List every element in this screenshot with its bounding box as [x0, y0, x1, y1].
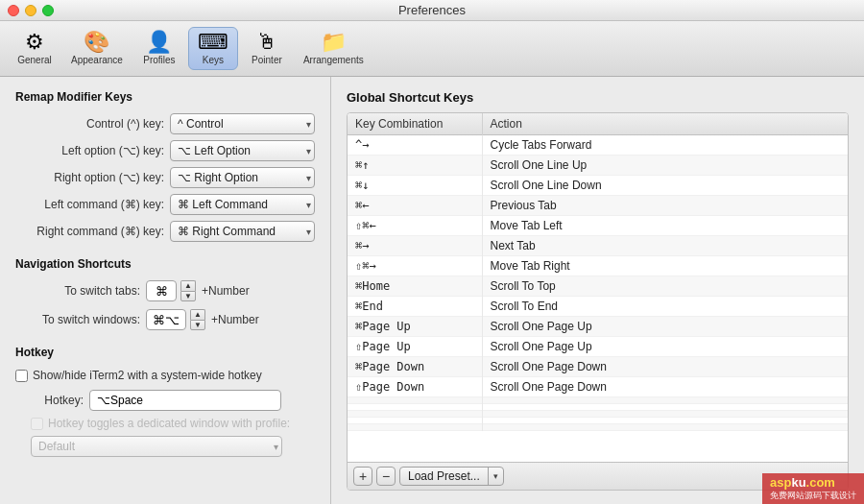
action-cell: [482, 411, 848, 418]
toolbar-item-keys[interactable]: ⌨ Keys: [188, 27, 238, 70]
table-row[interactable]: [348, 404, 848, 411]
toolbar-item-pointer[interactable]: 🖱 Pointer: [242, 28, 292, 69]
table-row[interactable]: ⌘EndScroll To End: [348, 297, 848, 317]
right-option-select[interactable]: ⌥ Right Option: [170, 167, 315, 188]
left-option-row: Left option (⌥) key: ⌥ Left Option ▾: [15, 140, 315, 161]
appearance-icon: 🎨: [84, 32, 109, 53]
titlebar: Preferences: [0, 0, 864, 21]
key-cell: ⌘↑: [348, 156, 482, 176]
table-row[interactable]: ⌘↓Scroll One Line Down: [348, 176, 848, 196]
load-preset-button[interactable]: Load Preset... ▾: [399, 467, 504, 486]
hotkey-checkbox[interactable]: [15, 370, 28, 382]
switch-windows-label: To switch windows:: [15, 313, 140, 326]
key-cell: [348, 411, 482, 418]
table-row[interactable]: ⌘Page UpScroll One Page Up: [348, 317, 848, 337]
table-row[interactable]: [348, 411, 848, 418]
keys-icon: ⌨: [198, 32, 228, 53]
right-command-select-wrap: ⌘ Right Command ▾: [170, 221, 315, 242]
action-cell: Scroll To End: [482, 297, 848, 317]
window-controls: [8, 5, 54, 16]
table-row[interactable]: [348, 397, 848, 404]
remove-shortcut-button[interactable]: −: [376, 467, 396, 486]
right-section-title: Global Shortcut Keys: [347, 90, 849, 105]
switch-windows-plus: +Number: [211, 313, 259, 326]
maximize-button[interactable]: [42, 5, 54, 16]
control-select[interactable]: ^ Control: [170, 113, 315, 134]
appearance-label: Appearance: [71, 55, 123, 65]
arrangements-label: Arrangements: [303, 55, 364, 65]
switch-tabs-down[interactable]: ▼: [180, 291, 196, 301]
action-cell: Scroll One Page Up: [482, 317, 848, 337]
switch-windows-up[interactable]: ▲: [190, 309, 205, 320]
right-panel: Global Shortcut Keys Key Combination Act…: [331, 77, 864, 504]
table-row[interactable]: ⌘Page DownScroll One Page Down: [348, 357, 848, 377]
left-command-select[interactable]: ⌘ Left Command: [170, 194, 315, 215]
col-key-combination: Key Combination: [348, 113, 482, 135]
hotkey-toggle-checkbox[interactable]: [31, 418, 43, 430]
switch-windows-down[interactable]: ▼: [190, 320, 205, 330]
key-cell: ⇧⌘←: [348, 216, 482, 236]
pointer-label: Pointer: [252, 55, 282, 65]
key-cell: ⌘Home: [348, 276, 482, 297]
close-button[interactable]: [8, 5, 19, 16]
left-option-select-wrap: ⌥ Left Option ▾: [170, 140, 315, 161]
action-cell: Move Tab Right: [482, 256, 848, 276]
left-command-select-wrap: ⌘ Left Command ▾: [170, 194, 315, 215]
minimize-button[interactable]: [25, 5, 36, 16]
control-select-wrap: ^ Control ▾: [170, 113, 315, 134]
table-row[interactable]: ⌘↑Scroll One Line Up: [348, 156, 848, 176]
action-cell: Scroll One Page Down: [482, 377, 848, 397]
key-cell: ⌘Page Up: [348, 317, 482, 337]
toolbar-item-appearance[interactable]: 🎨 Appearance: [63, 28, 131, 69]
key-cell: ⇧Page Down: [348, 377, 482, 397]
action-cell: Scroll One Line Up: [482, 156, 848, 176]
table-row[interactable]: [348, 424, 848, 431]
table-row[interactable]: [348, 418, 848, 424]
general-icon: ⚙: [25, 32, 44, 53]
hotkey-profile-select[interactable]: Default: [31, 436, 282, 457]
control-label: Control (^) key:: [15, 117, 164, 131]
table-row[interactable]: ⇧Page DownScroll One Page Down: [348, 377, 848, 397]
key-cell: ⌘Page Down: [348, 357, 482, 377]
watermark-subtext: 免费网站源码下载设计: [770, 490, 856, 502]
table-row[interactable]: ⌘←Previous Tab: [348, 196, 848, 216]
table-row[interactable]: ⌘→Next Tab: [348, 236, 848, 256]
action-cell: Scroll To Top: [482, 276, 848, 297]
hotkey-section: Hotkey Show/hide iTerm2 with a system-wi…: [15, 346, 315, 457]
watermark-ku: ku: [791, 475, 805, 490]
table-row[interactable]: ^→Cycle Tabs Forward: [348, 135, 848, 156]
hotkey-field-label: Hotkey:: [31, 394, 84, 407]
table-row[interactable]: ⇧⌘←Move Tab Left: [348, 216, 848, 236]
toolbar-item-general[interactable]: ⚙ General: [10, 28, 60, 69]
table-row[interactable]: ⌘HomeScroll To Top: [348, 276, 848, 297]
switch-tabs-label: To switch tabs:: [15, 284, 140, 298]
hotkey-input[interactable]: [89, 390, 281, 411]
general-label: General: [17, 55, 52, 65]
switch-windows-stepper[interactable]: ▲ ▼: [190, 309, 205, 330]
toolbar-item-profiles[interactable]: 👤 Profiles: [134, 28, 184, 69]
main-content: Remap Modifier Keys Control (^) key: ^ C…: [0, 77, 864, 504]
switch-tabs-stepper[interactable]: ▲ ▼: [180, 280, 196, 301]
switch-tabs-controls: ⌘ ▲ ▼ +Number: [146, 280, 250, 301]
table-header: Key Combination Action: [348, 113, 848, 135]
profiles-icon: 👤: [146, 32, 172, 53]
action-cell: Scroll One Page Down: [482, 357, 848, 377]
toolbar-item-arrangements[interactable]: 📁 Arrangements: [296, 28, 372, 69]
key-cell: [348, 424, 482, 431]
key-cell: ^→: [348, 135, 482, 156]
add-shortcut-button[interactable]: +: [353, 467, 372, 486]
table-row[interactable]: ⇧Page UpScroll One Page Up: [348, 337, 848, 357]
profiles-label: Profiles: [143, 55, 175, 65]
switch-tabs-row: To switch tabs: ⌘ ▲ ▼ +Number: [15, 280, 315, 301]
table-scroll[interactable]: Key Combination Action ^→Cycle Tabs Forw…: [348, 113, 848, 462]
action-cell: [482, 404, 848, 411]
switch-tabs-up[interactable]: ▲: [180, 280, 196, 291]
table-row[interactable]: ⇧⌘→Move Tab Right: [348, 256, 848, 276]
nav-section-title: Navigation Shortcuts: [15, 257, 315, 271]
right-command-select[interactable]: ⌘ Right Command: [170, 221, 315, 242]
shortcut-tbody: ^→Cycle Tabs Forward⌘↑Scroll One Line Up…: [348, 135, 848, 431]
left-option-select[interactable]: ⌥ Left Option: [170, 140, 315, 161]
hotkey-checkbox-label: Show/hide iTerm2 with a system-wide hotk…: [33, 369, 262, 382]
right-command-row: Right command (⌘) key: ⌘ Right Command ▾: [15, 221, 315, 242]
key-cell: [348, 418, 482, 424]
